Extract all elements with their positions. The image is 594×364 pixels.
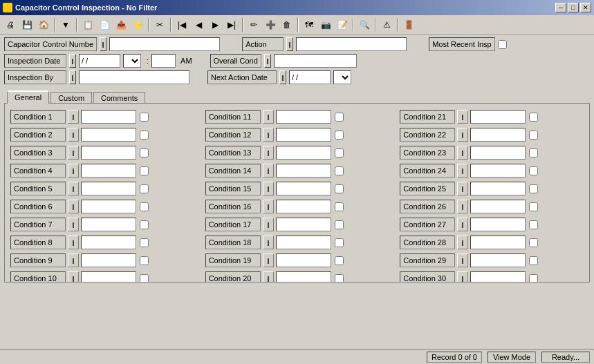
by-pipe-btn[interactable]: ‖ <box>69 70 76 84</box>
condition-pipe-btn[interactable]: ‖ <box>68 200 79 213</box>
condition-checkbox[interactable] <box>529 220 538 229</box>
condition-input[interactable] <box>81 253 136 267</box>
nav-next[interactable]: ▶ <box>207 17 223 32</box>
print-button[interactable]: 🖨 <box>3 17 18 32</box>
warning-button[interactable]: ⚠ <box>379 17 394 32</box>
condition-checkbox[interactable] <box>335 184 344 193</box>
time-input[interactable] <box>151 54 176 68</box>
condition-input[interactable] <box>276 182 331 195</box>
most-recent-check[interactable] <box>498 40 507 49</box>
inspection-by-input[interactable] <box>79 70 189 84</box>
nav-prev[interactable]: ◀ <box>191 17 206 32</box>
close-button[interactable]: ✕ <box>580 3 591 12</box>
next-action-date-input[interactable] <box>289 70 331 84</box>
action-input[interactable] <box>296 37 407 51</box>
condition-checkbox[interactable] <box>140 149 149 157</box>
condition-pipe-btn[interactable]: ‖ <box>263 200 274 213</box>
condition-pipe-btn[interactable]: ‖ <box>457 128 468 142</box>
condition-input[interactable] <box>470 218 526 231</box>
condition-checkbox[interactable] <box>529 166 538 175</box>
home-button[interactable]: 🏠 <box>36 17 51 32</box>
condition-pipe-btn[interactable]: ‖ <box>68 253 79 267</box>
condition-checkbox[interactable] <box>140 184 149 193</box>
condition-pipe-btn[interactable]: ‖ <box>457 271 468 282</box>
delete-button[interactable]: 🗑 <box>279 17 295 32</box>
condition-input[interactable] <box>81 271 136 282</box>
condition-checkbox[interactable] <box>140 256 149 265</box>
condition-checkbox[interactable] <box>335 220 344 229</box>
minimize-button[interactable]: ─ <box>555 3 566 12</box>
edit-button[interactable]: ✏ <box>246 17 261 32</box>
paste-button[interactable]: 📄 <box>97 17 112 32</box>
add-button[interactable]: ➕ <box>263 17 278 32</box>
condition-input[interactable] <box>276 128 331 142</box>
condition-pipe-btn[interactable]: ‖ <box>263 146 274 160</box>
condition-checkbox[interactable] <box>140 131 149 140</box>
next-action-date-select[interactable] <box>333 70 351 84</box>
condition-input[interactable] <box>276 236 331 249</box>
tab-comments[interactable]: Comments <box>93 92 145 104</box>
map-button[interactable]: 🗺 <box>301 17 317 32</box>
condition-checkbox[interactable] <box>140 113 149 122</box>
condition-pipe-btn[interactable]: ‖ <box>263 182 274 195</box>
condition-checkbox[interactable] <box>335 113 344 122</box>
condition-input[interactable] <box>470 182 526 195</box>
condition-checkbox[interactable] <box>335 131 344 140</box>
condition-input[interactable] <box>81 218 136 231</box>
condition-checkbox[interactable] <box>140 220 149 229</box>
condition-pipe-btn[interactable]: ‖ <box>457 110 468 124</box>
date-input[interactable] <box>79 54 120 68</box>
condition-checkbox[interactable] <box>529 113 538 122</box>
photo-button[interactable]: 📷 <box>318 17 333 32</box>
condition-checkbox[interactable] <box>335 166 344 175</box>
condition-pipe-btn[interactable]: ‖ <box>68 164 79 178</box>
overall-cond-input[interactable] <box>274 54 357 68</box>
condition-input[interactable] <box>470 271 526 282</box>
condition-input[interactable] <box>276 218 331 231</box>
condition-pipe-btn[interactable]: ‖ <box>457 146 468 160</box>
condition-input[interactable] <box>81 200 136 213</box>
condition-input[interactable] <box>81 236 136 249</box>
condition-pipe-btn[interactable]: ‖ <box>68 182 79 195</box>
condition-checkbox[interactable] <box>529 149 538 157</box>
condition-checkbox[interactable] <box>335 238 344 247</box>
exit-button[interactable]: 🚪 <box>401 17 416 32</box>
date-select[interactable] <box>123 54 141 68</box>
condition-input[interactable] <box>470 253 526 267</box>
condition-input[interactable] <box>81 110 136 124</box>
tab-general[interactable]: General <box>7 90 49 104</box>
condition-input[interactable] <box>276 146 331 160</box>
condition-input[interactable] <box>81 128 136 142</box>
condition-input[interactable] <box>470 110 526 124</box>
search-button[interactable]: 🔍 <box>357 17 372 32</box>
condition-pipe-btn[interactable]: ‖ <box>263 218 274 231</box>
condition-input[interactable] <box>81 146 136 160</box>
condition-input[interactable] <box>81 164 136 178</box>
condition-input[interactable] <box>470 236 526 249</box>
export-button[interactable]: 📤 <box>113 17 129 32</box>
condition-pipe-btn[interactable]: ‖ <box>457 236 468 249</box>
condition-input[interactable] <box>470 128 526 142</box>
capacitor-input[interactable] <box>109 37 220 51</box>
doc-button[interactable]: 📝 <box>335 17 350 32</box>
date-pipe-btn[interactable]: ‖ <box>69 54 76 68</box>
condition-checkbox[interactable] <box>335 202 344 211</box>
maximize-button[interactable]: □ <box>568 3 579 12</box>
condition-pipe-btn[interactable]: ‖ <box>68 110 79 124</box>
condition-pipe-btn[interactable]: ‖ <box>68 146 79 160</box>
condition-checkbox[interactable] <box>529 131 538 140</box>
condition-input[interactable] <box>276 164 331 178</box>
condition-pipe-btn[interactable]: ‖ <box>68 128 79 142</box>
condition-pipe-btn[interactable]: ‖ <box>68 236 79 249</box>
next-action-pipe[interactable]: ‖ <box>279 70 286 84</box>
condition-checkbox[interactable] <box>529 274 538 283</box>
save-button[interactable]: 💾 <box>19 17 35 32</box>
condition-pipe-btn[interactable]: ‖ <box>263 110 274 124</box>
cap-pipe-btn[interactable]: ‖ <box>100 37 106 51</box>
condition-pipe-btn[interactable]: ‖ <box>263 253 274 267</box>
condition-pipe-btn[interactable]: ‖ <box>68 271 79 282</box>
condition-input[interactable] <box>470 164 526 178</box>
copy-button[interactable]: 📋 <box>80 17 95 32</box>
nav-last[interactable]: ▶| <box>224 17 239 32</box>
condition-checkbox[interactable] <box>140 202 149 211</box>
